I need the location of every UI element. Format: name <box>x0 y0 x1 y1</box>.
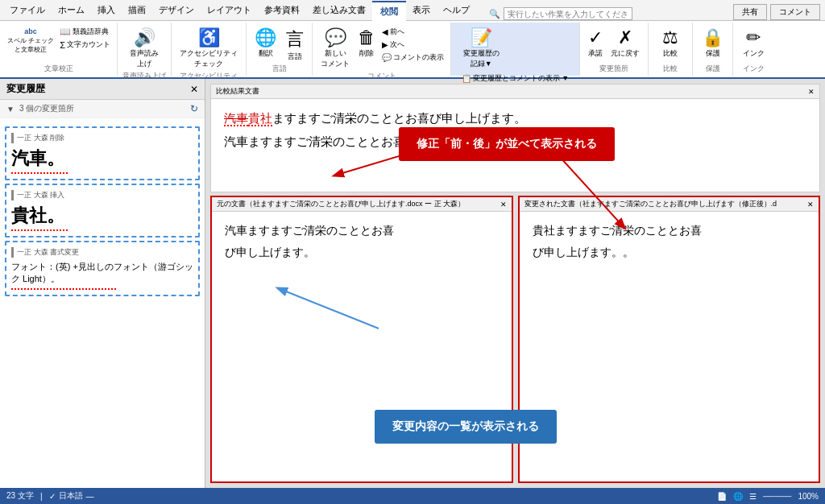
change-item-1-header: 一正 大森 削除 <box>11 133 193 143</box>
ribbon-group-protect: 🔒 保護 保護 <box>693 23 733 76</box>
word-count: 23 文字 <box>6 490 34 502</box>
blue-annotation-box: 変更内容の一覧が表示される <box>375 410 557 444</box>
status-right: 📄 🌐 ☰ ───── 100% <box>717 492 819 501</box>
ribbon-group-changes: ✓ 承諾 ✗ 元に戻す 変更箇所 <box>580 23 649 76</box>
tab-references[interactable]: 参考資料 <box>258 0 306 20</box>
spellcheck-button[interactable]: abc スペル チェックと文章校正 <box>5 26 56 56</box>
ribbon-group-proofreading: abc スペル チェックと文章校正 📖 類義語辞典 Σ 文字カウント 文章校正 <box>0 23 118 76</box>
original-doc-tab: 元の文書（社ますますご清栄のこととお喜び申し上げます.docx ー 正 大森） … <box>212 197 512 212</box>
red-annotation-box: 修正「前・後」が並べて表示される <box>399 127 615 161</box>
new-comment-button[interactable]: 💬 新しいコメント <box>317 26 353 71</box>
ribbon-tabs-bar: ファイル ホーム 挿入 描画 デザイン レイアウト 参考資料 差し込み文書 校閲… <box>0 0 825 21</box>
ribbon-content: abc スペル チェックと文章校正 📖 類義語辞典 Σ 文字カウント 文章校正 … <box>0 21 825 79</box>
main-area: 変更履歴 ✕ ▼ 3 個の変更箇所 ↻ 一正 大森 削除 汽車。 一正 大森 挿… <box>0 79 825 488</box>
deleted-text: 汽車 <box>224 111 248 126</box>
accessibility-button[interactable]: ♿ アクセシビリティチェック <box>176 26 241 71</box>
revised-doc-close[interactable]: ✕ <box>807 200 814 209</box>
speech-button[interactable]: 🔊 音声読み上げ <box>126 26 162 71</box>
tab-home[interactable]: ホーム <box>52 0 91 20</box>
original-doc-close[interactable]: ✕ <box>500 200 507 209</box>
compare-rest-text: ますますご清栄のこととお喜び申し上げます。 <box>272 111 526 125</box>
search-input[interactable] <box>504 7 632 20</box>
ribbon-group-ink: ✏ インク インク <box>733 23 773 76</box>
ribbon-group-accessibility: ♿ アクセシビリティチェック アクセシビリティ <box>172 23 247 76</box>
change-item-1[interactable]: 一正 大森 削除 汽車。 <box>5 126 200 180</box>
ribbon-group-speech: 🔊 音声読み上げ 音声読み上げ <box>118 23 172 76</box>
protect-button[interactable]: 🔒 保護 <box>699 26 727 60</box>
language-button[interactable]: 言 言語 <box>283 26 307 64</box>
refresh-icon[interactable]: ↻ <box>190 103 198 114</box>
status-bar: 23 文字 | ✓ 日本語 — 📄 🌐 ☰ ───── 100% <box>0 488 825 504</box>
view-outline-icon[interactable]: ☰ <box>749 492 757 501</box>
search-icon: 🔍 <box>489 9 500 19</box>
change-item-2[interactable]: 一正 大森 挿入 貴社。 <box>5 184 200 238</box>
zoom-slider[interactable]: ───── <box>763 492 791 501</box>
compare-doc-close[interactable]: ✕ <box>808 88 815 96</box>
accept-button[interactable]: ✓ 承諾 <box>585 26 606 60</box>
sidebar-section-label: ▼ 3 個の変更箇所 ↻ <box>0 100 205 118</box>
show-comments-button[interactable]: 💬コメントの表示 <box>380 52 446 64</box>
sidebar-close-button[interactable]: ✕ <box>190 85 198 94</box>
view-normal-icon[interactable]: 📄 <box>717 492 727 501</box>
original-line1: 汽車ますますご清栄のこととお喜 <box>225 224 394 237</box>
compare-tab-label: 比較結果文書 <box>216 86 259 97</box>
view-web-icon[interactable]: 🌐 <box>733 492 743 501</box>
ribbon-group-trackchanges: 📝 変更履歴の記録▼ 📋変更履歴とコメントの表示 ▼ 🗂▼変更履歴ウィンドウ 変… <box>451 23 580 76</box>
zoom-level: 100% <box>798 492 819 501</box>
compare-doc-tab: 比較結果文書 ✕ <box>211 85 819 99</box>
change-item-1-text: 汽車。 <box>11 147 193 171</box>
ribbon-group-compare: ⚖ 比較 比較 <box>649 23 693 76</box>
sidebar: 変更履歴 ✕ ▼ 3 個の変更箇所 ↻ 一正 大森 削除 汽車。 一正 大森 挿… <box>0 79 205 488</box>
change-item-2-header: 一正 大森 挿入 <box>11 190 193 200</box>
ribbon-group-language: 🌐 翻訳 言 言語 言語 <box>247 23 313 76</box>
tab-review[interactable]: 校閲 <box>372 1 406 21</box>
share-button[interactable]: 共有 <box>733 4 767 20</box>
comment-button[interactable]: コメント <box>770 4 820 20</box>
ink-button[interactable]: ✏ インク <box>740 26 768 60</box>
next-comment-button[interactable]: ▶次へ <box>380 39 446 51</box>
track-changes-button[interactable]: 📝 変更履歴の記録▼ <box>460 26 503 71</box>
tab-layout[interactable]: レイアウト <box>201 0 258 20</box>
document-area: 比較結果文書 ✕ 汽車貴社ますますご清栄のこととお喜び申し上げます。 汽車ますま… <box>205 79 825 488</box>
tab-insert[interactable]: 挿入 <box>91 0 122 20</box>
tab-draw[interactable]: 描画 <box>122 0 152 20</box>
revised-doc-tab: 変更された文書（社ますますご清栄のこととお喜び申し上げます（修正後）.d ✕ <box>520 197 819 212</box>
language-status: ✓ <box>49 492 56 501</box>
ribbon-group-comment: 💬 新しいコメント 🗑 削除 ◀前へ ▶次へ 💬コメントの表示 コメント <box>313 23 451 76</box>
tab-file[interactable]: ファイル <box>3 0 52 20</box>
compare-button[interactable]: ⚖ 比較 <box>659 26 682 60</box>
tab-help[interactable]: ヘルプ <box>437 0 476 20</box>
inserted-text: 貴社 <box>248 111 272 126</box>
search-bar-area: 🔍 <box>489 7 632 20</box>
sidebar-content: 一正 大森 削除 汽車。 一正 大森 挿入 貴社。 一正 大森 書式変更 フォン… <box>0 118 205 488</box>
change-item-3[interactable]: 一正 大森 書式変更 フォント：(英) +見出しのフォント（游ゴシック Ligh… <box>5 241 200 296</box>
revised-line2: び申し上げます。。 <box>533 246 634 258</box>
sidebar-header: 変更履歴 ✕ <box>0 79 205 100</box>
language-label: 日本語 <box>59 490 83 502</box>
translate-button[interactable]: 🌐 翻訳 <box>251 26 280 60</box>
original-doc-content: 汽車ますますご清栄のこととお喜 び申し上げます。 <box>212 213 512 269</box>
wordcount-button[interactable]: Σ 文字カウント <box>58 39 112 51</box>
original-tab-label: 元の文書（社ますますご清栄のこととお喜び申し上げます.docx ー 正 大森） <box>217 199 465 209</box>
revised-doc-pane: 変更された文書（社ますますご清栄のこととお喜び申し上げます（修正後）.d ✕ 貴… <box>518 196 821 483</box>
revised-tab-label: 変更された文書（社ますますご清栄のこととお喜び申し上げます（修正後）.d <box>524 199 777 209</box>
reject-button[interactable]: ✗ 元に戻す <box>607 26 643 60</box>
prev-comment-button[interactable]: ◀前へ <box>380 26 446 38</box>
delete-comment-button[interactable]: 🗑 削除 <box>354 26 379 60</box>
tab-mailings[interactable]: 差し込み文書 <box>306 0 372 20</box>
change-item-2-text: 貴社。 <box>11 204 193 228</box>
collapse-icon[interactable]: ▼ <box>6 105 15 114</box>
tab-design[interactable]: デザイン <box>152 0 201 20</box>
sidebar-title: 変更履歴 <box>6 82 45 96</box>
revised-line1: 貴社ますますご清栄のこととお喜 <box>533 224 702 237</box>
revised-doc-content: 貴社ますますご清栄のこととお喜 び申し上げます。。 <box>520 213 819 269</box>
tab-view[interactable]: 表示 <box>406 0 437 20</box>
change-item-3-header: 一正 大森 書式変更 <box>11 247 193 258</box>
change-item-3-text: フォント：(英) +見出しのフォント（游ゴシック Light）。 <box>11 261 193 285</box>
original-line2: び申し上げます。 <box>225 246 315 258</box>
thesaurus-button[interactable]: 📖 類義語辞典 <box>58 26 110 38</box>
